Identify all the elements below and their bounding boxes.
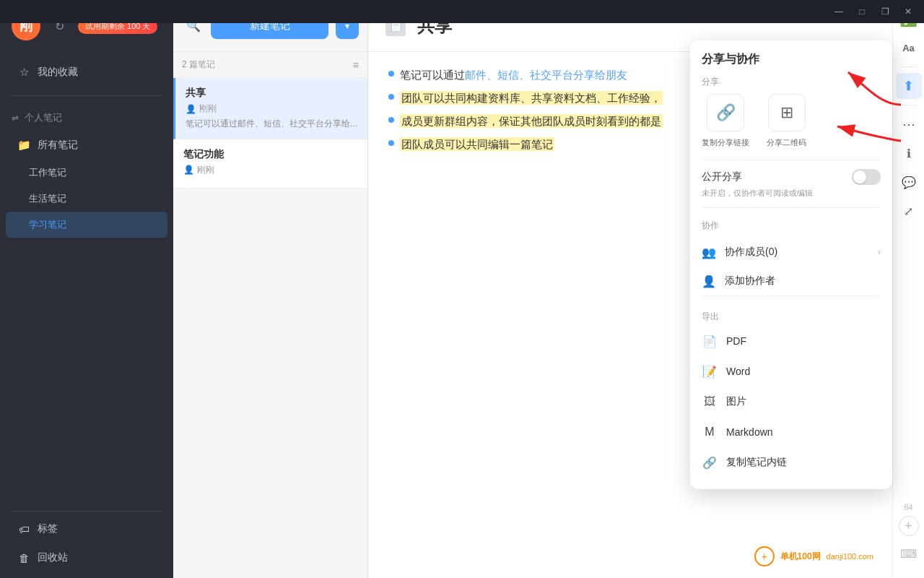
note-list-panel: 🔍 新建笔记 ▾ 2 篇笔记 ≡ 共享 👤 刚刚 笔记可以通过邮件、短信、社交平… [173,0,368,578]
panel-divider-2 [702,207,881,208]
window-controls: — □ ❐ ✕ [829,4,918,19]
share-section-title: 分享 [690,76,892,94]
export-image-item[interactable]: 🖼 图片 [690,387,892,417]
add-collaborator-icon: 👤 [702,274,716,288]
public-share-toggle[interactable] [852,169,881,185]
star-icon: ☆ [17,66,30,79]
markdown-icon: M [702,424,718,440]
toolbar-separator-2 [900,105,918,105]
public-share-row: 公开分享 [690,169,892,188]
copy-inner-link-item[interactable]: 🔗 复制笔记内链 [690,447,892,478]
highlight-yellow-1: 团队可以共同构建资料库、共享资料文档、工作经验， [400,91,663,105]
font-size-button[interactable]: Aa [896,35,922,61]
resize-button[interactable]: ⤢ [896,198,922,224]
keyboard-icon[interactable]: ⌨ [896,540,922,566]
title-bar: — □ ❐ ✕ [0,0,924,23]
panel-divider-1 [702,160,881,160]
link-text: 邮件、短信、社交平台分享给朋友 [465,69,627,81]
comment-button[interactable]: 💬 [896,169,922,195]
sidebar-favorites-section: ☆ 我的收藏 [0,52,173,92]
share-toolbar-button[interactable]: ⬆ [896,73,922,99]
export-word-item[interactable]: 📝 Word [690,356,892,387]
tag-icon: 🏷 [17,522,30,535]
arrow-icon: › [878,247,881,257]
note-list-meta: 2 篇笔记 ≡ [173,52,367,78]
trash-icon: 🗑 [17,551,30,564]
share-actions: 🔗 复制分享链接 ⊞ 分享二维码 [690,94,892,160]
toggle-thumb [853,171,866,184]
notes-section: ⇌ 个人笔记 📁 所有笔记 工作笔记 生活笔记 学习笔记 [0,99,173,243]
qr-code-action[interactable]: ⊞ 分享二维码 [767,94,806,148]
add-collaborator-item[interactable]: 👤 添加协作者 [690,267,892,296]
inner-link-icon: 🔗 [702,454,718,470]
note-card-author-icon: 👤 [186,104,196,114]
sort-icon[interactable]: ≡ [353,59,359,71]
sidebar: 刚 1 ↻ 试用期剩余 100 天 ☆ 我的收藏 ⇌ 个人笔记 📁 所有笔记 工… [0,0,173,578]
maximize-button[interactable]: ❐ [875,4,895,19]
public-share-hint: 未开启，仅协作者可阅读或编辑 [690,188,892,207]
watermark: + 单机100网 danji100.com [747,543,881,569]
note-card-1[interactable]: 笔记功能 👤 刚刚 [173,139,367,189]
add-button[interactable]: + [899,516,919,536]
more-button[interactable]: ⋯ [896,111,922,137]
bullet-dot-1 [388,94,394,100]
info-button[interactable]: ℹ [896,140,922,166]
pdf-icon: 📄 [702,333,718,349]
expand-icon: ⇌ [12,113,19,123]
watermark-circle: + [754,546,775,566]
bullet-dot-3 [388,140,394,146]
sidebar-item-favorites[interactable]: ☆ 我的收藏 [6,58,167,87]
sidebar-item-life-notes[interactable]: 生活笔记 [6,186,167,212]
collab-members-item[interactable]: 👥 协作成员(0) › [690,238,892,267]
bullet-dot-2 [388,117,394,123]
sidebar-divider [12,95,162,96]
panel-title: 分享与协作 [690,52,892,76]
sidebar-item-recycle[interactable]: 🗑 回收站 [6,543,167,572]
right-toolbar: ✅ Aa ⬆ ⋯ ℹ 💬 ⤢ 84 + ⌨ [892,0,924,578]
minimize-button[interactable]: — [829,4,849,19]
restore-button[interactable]: □ [852,4,872,19]
note-card-author-icon-2: 👤 [183,165,194,175]
sidebar-item-tags[interactable]: 🏷 标签 [6,514,167,543]
copy-link-icon: 🔗 [707,94,744,131]
collab-section-title: 协作 [690,217,892,238]
line-number: 84 [904,503,912,512]
personal-notes-header[interactable]: ⇌ 个人笔记 [0,105,173,131]
export-section-title: 导出 [690,305,892,326]
note-card-0[interactable]: 共享 👤 刚刚 笔记可以通过邮件、短信、社交平台分享给... [173,78,367,139]
sidebar-divider-2 [12,511,162,512]
close-button[interactable]: ✕ [898,4,918,19]
panel-divider-3 [702,296,881,296]
highlight-yellow-2: 成员更新群组内容，保证其他团队成员时刻看到的都是 [400,114,663,128]
folder-icon: 📁 [17,139,30,152]
share-panel: 分享与协作 分享 🔗 复制分享链接 ⊞ 分享二维码 公开分享 未开启，仅协作者可… [690,40,892,489]
image-icon: 🖼 [702,394,718,410]
sidebar-item-all-notes[interactable]: 📁 所有笔记 [6,131,167,160]
toolbar-separator-1 [900,66,918,67]
sidebar-item-study-notes[interactable]: 学习笔记 [6,212,167,238]
watermark-url: danji100.com [827,552,873,561]
export-markdown-item[interactable]: M Markdown [690,417,892,447]
sidebar-item-work-notes[interactable]: 工作笔记 [6,160,167,186]
qr-code-icon: ⊞ [768,94,806,131]
sidebar-bottom: 🏷 标签 🗑 回收站 [0,508,173,578]
word-icon: 📝 [702,363,718,379]
collab-members-icon: 👥 [702,245,716,259]
bullet-dot-0 [388,71,394,77]
copy-link-action[interactable]: 🔗 复制分享链接 [702,94,749,148]
highlight-yellow-3: 团队成员可以共同编辑一篇笔记 [400,137,554,151]
export-pdf-item[interactable]: 📄 PDF [690,326,892,356]
